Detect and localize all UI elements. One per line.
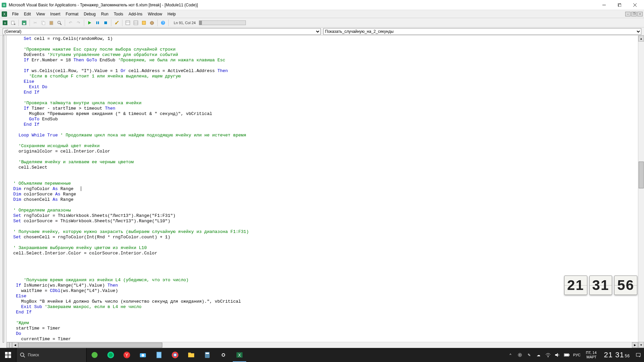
save-icon[interactable]: [20, 19, 28, 26]
tray-pen-icon[interactable]: ✎: [526, 352, 532, 358]
search-icon: [20, 352, 25, 358]
svg-rect-4: [619, 4, 621, 7]
code-editor[interactable]: Set cell = rng.Cells(randomRow, 1) 'Пров…: [7, 36, 638, 348]
svg-text:X: X: [238, 353, 241, 358]
menu-view[interactable]: View: [34, 11, 48, 17]
excel-return-icon[interactable]: X: [1, 11, 7, 17]
taskbar-search[interactable]: Поиск: [16, 348, 87, 362]
view-full-module-icon[interactable]: [7, 342, 9, 348]
tray-location-icon[interactable]: [517, 352, 523, 358]
minimize-button[interactable]: [596, 0, 612, 10]
tray-onedrive-icon[interactable]: ☁: [536, 352, 542, 358]
undo-icon[interactable]: ↶: [67, 19, 74, 26]
svg-marker-20: [88, 21, 91, 24]
search-placeholder: Поиск: [28, 353, 39, 357]
vba-app-icon: ✳: [1, 2, 7, 8]
system-tray: ^ ✎ ☁ РУС ПТ, 14 МАРТ 21 3156: [505, 351, 644, 359]
design-mode-icon[interactable]: [113, 19, 120, 26]
taskbar-app-excel[interactable]: X: [231, 348, 248, 362]
insert-module-dropdown-icon[interactable]: [9, 19, 17, 26]
svg-rect-65: [565, 354, 569, 356]
svg-line-39: [23, 356, 25, 357]
properties-icon[interactable]: [132, 19, 140, 26]
taskbar-app-explorer[interactable]: [183, 348, 199, 362]
reset-icon[interactable]: [102, 19, 109, 26]
scroll-down-icon[interactable]: ▼: [638, 342, 644, 348]
tray-expand-icon[interactable]: ^: [507, 352, 514, 358]
svg-point-38: [20, 353, 24, 356]
object-dropdown[interactable]: (General): [3, 28, 321, 35]
help-icon[interactable]: ?: [159, 19, 167, 26]
svg-rect-14: [23, 23, 25, 24]
code-editor-wrap: Set cell = rng.Cells(randomRow, 1) 'Пров…: [0, 36, 644, 348]
taskbar-apps: Y X: [87, 348, 248, 362]
copy-icon[interactable]: [40, 19, 47, 26]
close-button[interactable]: [627, 0, 643, 10]
svg-rect-23: [104, 21, 107, 24]
toolbox-icon[interactable]: [148, 19, 156, 26]
cut-icon[interactable]: ✂: [32, 19, 39, 26]
tray-notifications-icon[interactable]: [635, 352, 641, 358]
svg-rect-37: [8, 355, 11, 358]
view-excel-icon[interactable]: X: [1, 19, 9, 26]
tray-volume-icon[interactable]: [554, 352, 560, 358]
menu-format[interactable]: Format: [63, 11, 81, 17]
taskbar-app-edge[interactable]: [103, 348, 119, 362]
tray-language[interactable]: РУС: [573, 353, 581, 357]
taskbar-app-yandex[interactable]: Y: [119, 348, 135, 362]
taskbar-app-notepad[interactable]: [151, 348, 167, 362]
tray-battery-icon[interactable]: [564, 352, 570, 358]
svg-rect-52: [188, 353, 191, 354]
object-browser-icon[interactable]: [140, 19, 148, 26]
start-button[interactable]: [0, 348, 16, 362]
menu-debug[interactable]: Debug: [81, 11, 98, 17]
tray-wifi-icon[interactable]: [545, 352, 551, 358]
tray-clock[interactable]: 21 3156: [602, 351, 632, 359]
hscroll-thumb[interactable]: [18, 343, 162, 348]
svg-rect-16: [43, 22, 45, 25]
view-procedure-icon[interactable]: [9, 342, 12, 348]
mdi-minimize[interactable]: –: [625, 12, 631, 16]
break-icon[interactable]: [94, 19, 101, 26]
svg-rect-35: [8, 352, 11, 355]
menu-tools[interactable]: Tools: [111, 11, 126, 17]
menu-addins[interactable]: Add-Ins: [126, 11, 145, 17]
taskbar-app-chrome[interactable]: [167, 348, 183, 362]
taskbar-app-obs[interactable]: [215, 348, 231, 362]
scroll-right-icon[interactable]: ▶: [632, 342, 638, 348]
menu-run[interactable]: Run: [98, 11, 111, 17]
scroll-left-icon[interactable]: ◀: [12, 342, 18, 348]
svg-text:X: X: [4, 21, 6, 25]
taskbar-app-camera[interactable]: [135, 348, 151, 362]
project-explorer-icon[interactable]: [124, 19, 131, 26]
svg-point-55: [220, 352, 227, 358]
menu-help[interactable]: Help: [165, 11, 178, 17]
mdi-restore[interactable]: ❐: [631, 12, 637, 16]
position-slider[interactable]: [199, 20, 246, 25]
svg-rect-64: [569, 354, 570, 356]
paste-icon[interactable]: [48, 19, 55, 26]
menu-file[interactable]: File: [9, 11, 21, 17]
redo-icon[interactable]: ↷: [75, 19, 82, 26]
svg-rect-17: [50, 21, 53, 25]
taskbar-app-calculator[interactable]: [199, 348, 215, 362]
scroll-thumb[interactable]: [639, 162, 644, 188]
menu-edit[interactable]: Edit: [21, 11, 34, 17]
procedure-dropdown[interactable]: Показать_случайную_на_2_секунды: [323, 28, 641, 35]
find-icon[interactable]: [56, 19, 63, 26]
svg-marker-67: [639, 356, 640, 357]
svg-rect-22: [98, 21, 99, 24]
taskbar-app-copilot[interactable]: [87, 348, 103, 362]
mdi-child-controls: – ❐ ×: [625, 12, 643, 16]
vertical-scrollbar[interactable]: ▲ ▼: [638, 36, 644, 348]
maximize-button[interactable]: [612, 0, 627, 10]
menu-window[interactable]: Window: [145, 11, 165, 17]
mdi-close[interactable]: ×: [637, 12, 643, 16]
horizontal-scrollbar[interactable]: ◀ ▶: [7, 342, 638, 348]
run-icon[interactable]: [86, 19, 93, 26]
menu-insert[interactable]: Insert: [48, 11, 63, 17]
svg-point-61: [547, 356, 548, 357]
tray-date[interactable]: ПТ, 14 МАРТ: [584, 351, 599, 359]
svg-point-50: [174, 354, 176, 356]
scroll-up-icon[interactable]: ▲: [638, 36, 644, 42]
